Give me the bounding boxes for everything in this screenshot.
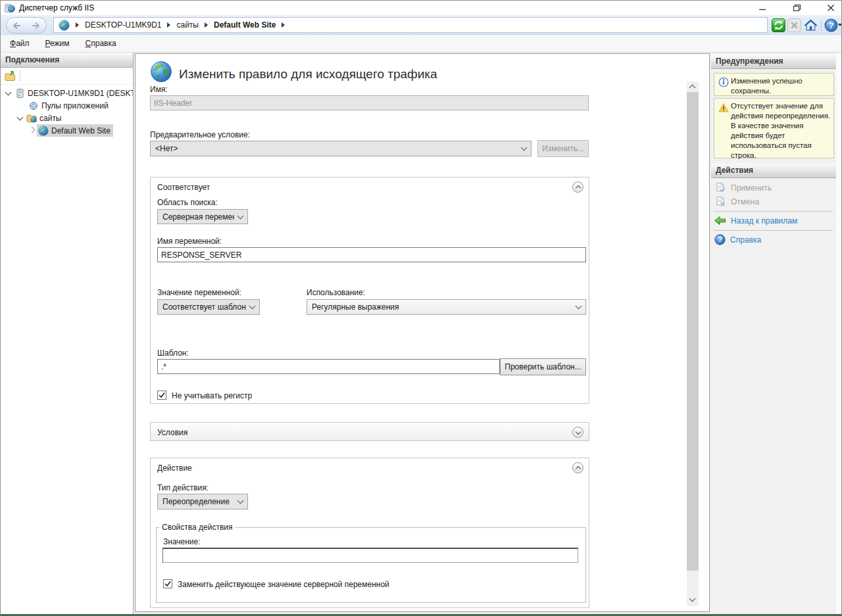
chevron-down-icon — [249, 303, 256, 310]
help-circle-icon — [714, 234, 726, 245]
save-connection-icon[interactable] — [4, 70, 16, 82]
breadcrumb-item-site[interactable]: Default Web Site — [214, 20, 276, 30]
cancel-icon — [715, 196, 726, 207]
separator — [714, 230, 833, 231]
using-select[interactable]: Регулярные выражения — [307, 299, 586, 315]
app-icon — [5, 3, 15, 13]
precondition-label: Предварительное условие: — [150, 130, 250, 139]
back-icon[interactable] — [11, 22, 22, 30]
chevron-right-icon[interactable] — [29, 126, 36, 133]
help-action[interactable]: Справка — [714, 234, 761, 245]
variable-field[interactable] — [157, 247, 586, 262]
pattern-field[interactable] — [157, 359, 500, 374]
action-section-title: Действие — [157, 463, 192, 473]
breadcrumb-item-sites[interactable]: сайты — [176, 20, 199, 30]
chevron-down-icon — [521, 145, 528, 151]
conditions-section: Условия — [150, 422, 589, 441]
info-alert: Изменения успешно сохранены. — [714, 73, 834, 96]
conditions-title: Условия — [157, 428, 187, 437]
action-properties-legend: Свойства действия — [159, 523, 235, 532]
breadcrumb-sep-icon — [167, 22, 170, 28]
pattern-label: Шаблон: — [157, 348, 189, 358]
server-icon — [14, 88, 25, 99]
help-dropdown-icon[interactable] — [838, 24, 842, 26]
test-pattern-button[interactable]: Проверить шаблон... — [500, 358, 586, 375]
panel-gutter — [836, 53, 842, 615]
close-button[interactable] — [818, 1, 842, 15]
expand-button[interactable] — [572, 427, 583, 438]
breadcrumb-sep-icon — [205, 22, 208, 28]
breadcrumb-sep-icon — [76, 22, 79, 28]
minimize-button[interactable] — [750, 1, 775, 15]
name-field — [150, 95, 589, 110]
warning-icon — [718, 103, 729, 113]
actions-header: Действия — [711, 164, 836, 178]
help-button[interactable] — [824, 18, 838, 32]
using-label: Использование: — [307, 288, 365, 297]
tree-item-sites[interactable]: сайты — [1, 112, 133, 124]
ignore-case-checkbox[interactable] — [157, 391, 166, 400]
forward-icon[interactable] — [31, 22, 41, 30]
menu-view[interactable]: Режим — [45, 39, 70, 48]
back-to-rules-action[interactable]: Назад к правилам — [714, 215, 797, 226]
tree-item-app-pools[interactable]: Пулы приложений — [1, 99, 133, 112]
menu-help[interactable]: Справка — [86, 39, 116, 48]
restore-button[interactable] — [784, 1, 809, 15]
chevron-up-icon — [575, 185, 580, 191]
stop-button[interactable] — [787, 18, 801, 32]
toolbar-separator — [821, 20, 822, 31]
name-label: Имя: — [150, 85, 168, 94]
replace-checkbox[interactable] — [163, 579, 172, 588]
alerts-header: Предупреждения — [711, 55, 836, 69]
sites-folder-icon — [26, 113, 37, 124]
site-globe-icon — [38, 126, 49, 136]
value-select[interactable]: Соответствует шаблону — [157, 299, 260, 315]
match-section-title: Соответствует — [157, 183, 210, 192]
chevron-down-icon — [237, 498, 244, 504]
separator — [714, 211, 833, 212]
cancel-action: Отмена — [715, 196, 759, 207]
actions-panel: Предупреждения Изменения успешно сохране… — [711, 53, 842, 615]
scope-label: Область поиска: — [157, 198, 218, 207]
breadcrumb-item-server[interactable]: DESKTOP-U1MK9D1 — [85, 20, 161, 30]
tree-item-default-web-site[interactable]: Default Web Site — [1, 124, 133, 137]
collapse-button[interactable] — [572, 181, 583, 193]
home-button[interactable] — [804, 18, 818, 32]
apply-icon — [715, 182, 726, 193]
info-icon — [718, 77, 729, 87]
action-type-label: Тип действия: — [157, 483, 209, 492]
warning-alert: Отсутствует значение для действия переоп… — [714, 98, 834, 158]
tree-item-server[interactable]: DESKTOP-U1MK9D1 (DESKTOP — [1, 87, 133, 99]
scope-select[interactable]: Серверная переменн — [157, 209, 248, 224]
scroll-down-icon[interactable] — [689, 596, 696, 602]
vertical-scrollbar[interactable] — [687, 82, 699, 606]
chevron-down-icon[interactable] — [17, 114, 24, 120]
connections-panel: Подключения DESKTOP-U1MK9D1 (DESKTOP Пул… — [1, 53, 134, 615]
page-title: Изменить правило для исходящего трафика — [179, 67, 437, 82]
connections-header: Подключения — [1, 53, 133, 68]
collapse-button[interactable] — [572, 462, 583, 473]
address-bar: DESKTOP-U1MK9D1 сайты Default Web Site — [1, 15, 841, 35]
nav-buttons — [6, 17, 47, 34]
action-section: Действие Тип действия: Переопределение С… — [150, 458, 589, 608]
scroll-up-icon[interactable] — [689, 85, 696, 91]
page-globe-icon — [150, 60, 172, 83]
chevron-down-icon — [575, 429, 580, 434]
title-bar: Диспетчер служб IIS — [1, 1, 841, 15]
replace-label: Заменить действующее значение серверной … — [178, 580, 389, 589]
chevron-down-icon — [237, 212, 244, 219]
connections-tree: DESKTOP-U1MK9D1 (DESKTOP Пулы приложений… — [1, 87, 133, 137]
action-type-select[interactable]: Переопределение — [157, 494, 248, 509]
action-value-field[interactable] — [162, 548, 578, 563]
menu-file[interactable]: Файл — [10, 39, 30, 48]
chevron-down-icon[interactable] — [5, 89, 12, 95]
precondition-select[interactable]: <Нет> — [150, 141, 532, 156]
refresh-button[interactable] — [772, 18, 785, 32]
toolbar-separator — [20, 70, 20, 82]
edit-precondition-button[interactable]: Изменить... — [537, 140, 589, 157]
menu-bar: Файл Режим Справка — [1, 35, 841, 53]
match-section: Соответствует Область поиска: Серверная … — [150, 177, 589, 404]
breadcrumb: DESKTOP-U1MK9D1 сайты Default Web Site — [53, 17, 768, 33]
globe-icon — [59, 20, 70, 31]
scrollbar-thumb[interactable] — [687, 92, 699, 571]
